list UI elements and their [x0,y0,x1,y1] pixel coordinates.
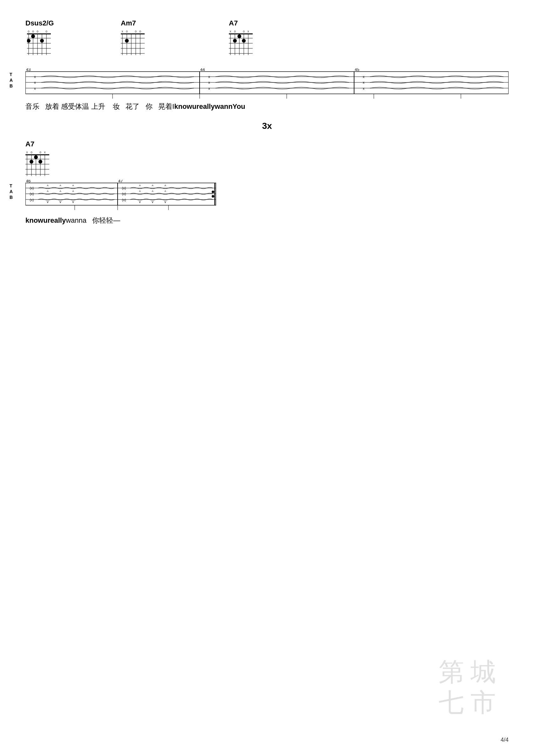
svg-text:o: o [39,150,41,154]
svg-text:^: ^ [164,184,166,188]
svg-text:x: x [122,30,123,33]
lyric-fangzhe: 放着 [39,102,59,111]
svg-text:1: 1 [25,177,27,178]
svg-text:v: v [60,200,61,203]
svg-text:(x): (x) [30,198,34,202]
chord-a7-2-name: A7 [25,140,51,148]
svg-text:o: o [126,30,128,33]
svg-point-101 [30,160,33,164]
lyric2-knowurea: knowurea [25,216,58,225]
svg-text:x: x [363,75,365,79]
svg-text:x: x [208,75,210,79]
lyric-wann: wann [215,102,232,111]
svg-text:o: o [32,30,34,33]
lyric-you: You [233,102,245,111]
svg-text:o: o [45,30,47,33]
section2: A7 x o o x 1 3 3 [25,140,51,178]
chord-am7-grid: x o o o [121,29,146,57]
svg-text:v: v [164,200,166,203]
svg-text:46: 46 [26,180,31,183]
lyric2-lly: lly [58,216,66,225]
svg-text:v: v [152,200,154,203]
svg-text:x: x [208,87,210,90]
lyric-zhuang: 妆 [105,102,120,111]
svg-text:x: x [44,150,46,154]
svg-text:x: x [363,87,365,90]
chord-am7: Am7 x o o o [121,19,146,57]
svg-point-52 [233,39,237,42]
svg-point-116 [212,195,214,198]
svg-text:^: ^ [152,190,154,194]
svg-text:44: 44 [200,68,205,72]
svg-text:o: o [37,30,38,33]
svg-text:(x): (x) [122,198,126,202]
svg-text:o: o [234,30,236,33]
chord-dsus2g-name: Dsus2/G [25,19,54,27]
svg-text:(x): (x) [122,192,126,196]
svg-rect-41 [229,33,253,34]
svg-text:(x): (x) [30,186,34,190]
svg-text:1: 1 [121,57,122,57]
svg-text:3: 3 [129,57,130,57]
svg-text:1: 1 [245,57,247,57]
svg-text:3: 3 [33,177,35,178]
svg-point-16 [40,39,44,42]
svg-text:3: 3 [38,177,39,178]
svg-text:^: ^ [60,190,61,194]
tab-staff-section1: T A B 43 44 45 x x [25,68,509,101]
chord-a7-2-grid: x o o x 1 3 3 1 [25,149,51,178]
svg-point-53 [242,39,246,42]
chord-a7-name: A7 [229,19,238,27]
chord-dsus2g: Dsus2/G o o o o [25,19,54,57]
svg-text:6: 6 [43,57,44,57]
lyric-really: really [196,102,215,111]
svg-text:x: x [34,80,36,84]
watermark: 第 城 七 市 [439,657,496,718]
chord-am7-name: Am7 [121,19,136,27]
svg-point-14 [31,34,35,38]
svg-text:47: 47 [118,180,123,183]
svg-text:^: ^ [152,184,154,188]
lyric-ni: 你 [140,102,152,111]
svg-rect-107 [25,183,216,205]
svg-text:x: x [363,80,365,84]
tab-staff-section2: 46 47 (x) ^ ^ ^ (x) ^ ^ ^ (x) v v [25,180,216,213]
lyric-huala: 花了 [120,102,140,111]
chord-a7: A7 x o o x [229,19,254,57]
chord-a7-2: A7 x o o x 1 3 3 [25,140,51,178]
svg-point-100 [34,155,38,159]
svg-point-33 [125,39,129,42]
svg-text:v: v [72,200,74,203]
lyric-shangsheng: 上升 [89,102,105,111]
svg-text:3: 3 [241,57,242,57]
svg-text:^: ^ [164,190,166,194]
svg-text:x: x [230,30,231,33]
svg-text:^: ^ [47,184,49,188]
tab-label: T A B [10,71,13,89]
lyrics-section2: knowurea lly wanna 你轻轻— [25,216,120,225]
chord-dsus2g-grid: o o o o [27,29,52,57]
svg-rect-4 [27,33,51,34]
svg-text:^: ^ [72,190,74,194]
svg-text:v: v [139,200,141,203]
svg-text:o: o [243,30,245,33]
svg-text:o: o [139,30,141,33]
lyric-huang: 晃着 [153,102,172,111]
svg-point-51 [238,34,241,38]
svg-text:^: ^ [60,184,61,188]
watermark-line1: 第 城 [439,657,496,687]
svg-text:^: ^ [139,184,141,188]
svg-text:x: x [248,30,249,33]
svg-text:x: x [34,75,36,79]
lyric2-niqingqing: 你轻轻— [87,216,120,225]
lyric-knowu: knowu [174,102,196,111]
svg-text:1: 1 [42,177,43,178]
tab-svg-section2: 46 47 (x) ^ ^ ^ (x) ^ ^ ^ (x) v v [25,180,216,212]
lyric-yinyue: 音乐 [25,102,39,111]
svg-text:3: 3 [237,57,239,57]
svg-text:x: x [34,87,36,90]
svg-text:1: 1 [229,57,230,57]
svg-text:2: 2 [137,57,138,57]
lyrics-section1: 音乐 放着 感受体温 上升 妆 花了 你 晃着 I knowu really w… [25,102,509,111]
tab-svg-section1: T A B 43 44 45 x x [25,68,509,100]
